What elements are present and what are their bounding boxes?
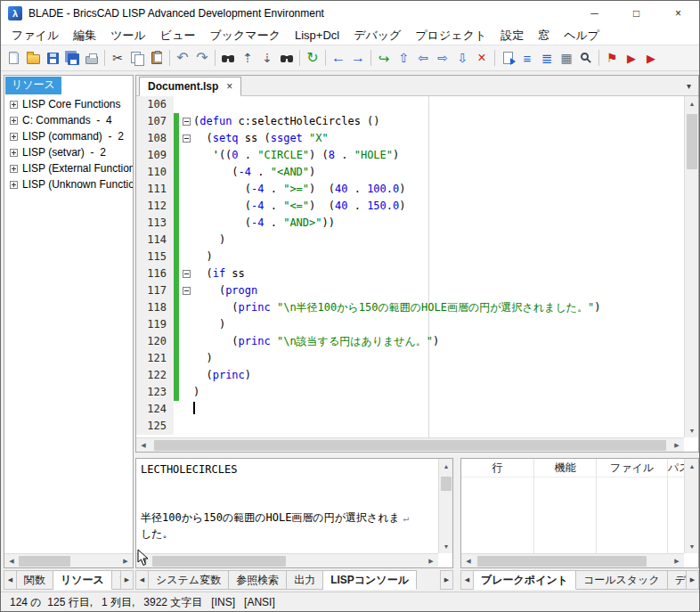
fold-collapse-icon[interactable]: [183, 135, 191, 143]
right-tab-2[interactable]: デバッグファイル: [668, 570, 686, 590]
fold-collapse-icon[interactable]: [183, 270, 191, 278]
code-line-113[interactable]: 113 (-4 . "AND>")): [136, 215, 684, 232]
tree-item-2[interactable]: LISP (command) - 2: [4, 128, 133, 144]
expand-plus-icon[interactable]: [10, 165, 18, 173]
toolbar-paste[interactable]: [147, 47, 167, 69]
expand-plus-icon[interactable]: [10, 133, 18, 141]
tree-item-3[interactable]: LISP (setvar) - 2: [4, 144, 133, 160]
toolbar-sort-lines[interactable]: ≡: [517, 47, 537, 69]
scrollbar-thumb[interactable]: [687, 114, 697, 169]
menu-item-8[interactable]: 設定: [493, 26, 531, 45]
toolbar-find-in-files[interactable]: [277, 47, 297, 69]
breakpoints-horizontal-scrollbar[interactable]: ◀ ▶: [461, 553, 684, 567]
tree-item-1[interactable]: C: Commands - 4: [4, 112, 133, 128]
toolbar-navigate-back[interactable]: ←: [329, 47, 348, 69]
toolbar-load-lisp-flags[interactable]: ⚑: [602, 47, 622, 69]
scroll-right-icon[interactable]: ▶: [670, 438, 684, 453]
code-line-106[interactable]: 106: [136, 96, 684, 113]
fold-collapse-icon[interactable]: [183, 287, 191, 295]
menu-item-4[interactable]: ブックマーク: [202, 26, 288, 45]
toolbar-print-preview[interactable]: ▦: [557, 47, 576, 69]
toolbar-run-lisp[interactable]: ▶: [622, 47, 641, 69]
menu-item-6[interactable]: デバッグ: [346, 26, 408, 45]
toolbar-goto-definition[interactable]: ↪: [374, 47, 394, 69]
editor-horizontal-scrollbar[interactable]: ◀ ▶: [136, 437, 684, 452]
toolbar-navigate-forward[interactable]: →: [348, 47, 368, 69]
minimize-button[interactable]: ─: [574, 1, 615, 26]
toolbar-replace[interactable]: ↻: [303, 47, 322, 69]
bp-column-header[interactable]: 機能: [534, 459, 596, 477]
scroll-down-icon[interactable]: ▼: [439, 539, 453, 553]
sidebar-horizontal-scrollbar[interactable]: ◀ ▶: [4, 553, 133, 567]
tree-item-4[interactable]: LISP (External Functions): [4, 160, 133, 176]
toolbar-jump-up[interactable]: ⇧: [394, 47, 413, 69]
tab-close-icon[interactable]: ×: [226, 80, 232, 93]
menu-item-10[interactable]: ヘルプ: [557, 26, 606, 45]
menu-item-9[interactable]: 窓: [531, 26, 557, 45]
toolbar-redo[interactable]: ↷: [192, 47, 212, 69]
toolbar-find-previous[interactable]: ⇡: [238, 47, 257, 69]
console-vertical-scrollbar[interactable]: ▲ ▼: [438, 459, 452, 553]
right-scroll-right-icon[interactable]: ▶: [686, 570, 699, 590]
toolbar-jump-down[interactable]: ⇩: [452, 47, 472, 69]
scrollbar-thumb[interactable]: [154, 440, 666, 451]
right-tab-0[interactable]: ブレークポイント: [474, 570, 576, 590]
bp-column-header[interactable]: ファイル: [597, 459, 667, 477]
expand-plus-icon[interactable]: [10, 181, 18, 189]
resources-panel-header[interactable]: リソース: [5, 77, 61, 94]
menu-item-7[interactable]: プロジェクト: [408, 26, 493, 45]
scroll-up-icon[interactable]: ▲: [685, 459, 699, 473]
middle-scroll-right-icon[interactable]: ▶: [440, 570, 453, 590]
left-tab-1[interactable]: リソース: [53, 570, 112, 590]
code-line-124[interactable]: 124: [136, 401, 684, 418]
left-scroll-right-icon[interactable]: ▶: [120, 570, 134, 590]
code-line-109[interactable]: 109 '((0 . "CIRCLE") (8 . "HOLE"): [136, 147, 684, 164]
tab-list-dropdown-icon[interactable]: ▾: [682, 79, 696, 93]
scroll-right-icon[interactable]: ▶: [118, 554, 133, 568]
code-line-117[interactable]: 117 (progn: [136, 282, 684, 299]
code-line-120[interactable]: 120 (princ "\n該当する円はありません。"): [136, 333, 684, 350]
code-line-119[interactable]: 119 ): [136, 316, 684, 333]
middle-tab-2[interactable]: 出力: [287, 570, 323, 590]
scrollbar-thumb[interactable]: [441, 477, 452, 491]
code-line-118[interactable]: 118 (princ "\n半径100から150の範囲のHOLE画層の円が選択さ…: [136, 299, 684, 316]
scroll-down-icon[interactable]: ▼: [685, 539, 699, 553]
toolbar-clear-bookmarks[interactable]: ×: [472, 47, 492, 69]
toolbar-find-next[interactable]: ⇣: [257, 47, 277, 69]
menu-item-5[interactable]: Lisp+Dcl: [288, 27, 346, 44]
menu-item-0[interactable]: ファイル: [4, 26, 66, 45]
left-scroll-left-icon[interactable]: ◀: [4, 570, 17, 590]
editor-vertical-scrollbar[interactable]: ▲ ▼: [684, 96, 698, 437]
code-line-112[interactable]: 112 (-4 . "<=") (40 . 150.0): [136, 198, 684, 215]
toolbar-jump-left[interactable]: ⇦: [413, 47, 433, 69]
breakpoints-vertical-scrollbar[interactable]: ▲ ▼: [684, 459, 698, 553]
tree-item-5[interactable]: LISP (Unknown Functions): [4, 176, 133, 192]
code-line-110[interactable]: 110 (-4 . "<AND"): [136, 164, 684, 181]
middle-scroll-left-icon[interactable]: ◀: [135, 570, 149, 590]
toolbar-undo[interactable]: ↶: [173, 47, 192, 69]
code-line-107[interactable]: 107(defun c:selectHoleCircles (): [136, 113, 684, 130]
close-button[interactable]: ×: [657, 1, 699, 26]
scrollbar-thumb[interactable]: [477, 556, 647, 567]
document-tab[interactable]: Document.lsp ×: [139, 77, 241, 96]
console-horizontal-scrollbar[interactable]: ◀ ▶: [136, 553, 438, 567]
scroll-left-icon[interactable]: ◀: [4, 554, 19, 568]
middle-tab-1[interactable]: 参照検索: [229, 570, 287, 590]
menu-item-2[interactable]: ツール: [103, 26, 153, 45]
middle-tab-0[interactable]: システム変数: [149, 570, 229, 590]
maximize-button[interactable]: □: [615, 1, 657, 26]
toolbar-copy[interactable]: [127, 47, 147, 69]
toolbar-new-document[interactable]: [4, 47, 23, 69]
left-tab-2[interactable]: ブックマーク: [112, 570, 120, 590]
scroll-right-icon[interactable]: ▶: [424, 554, 438, 568]
scroll-right-icon[interactable]: ▶: [670, 554, 684, 568]
toolbar-save-all[interactable]: [62, 47, 82, 69]
toolbar-print[interactable]: [82, 47, 102, 69]
code-line-111[interactable]: 111 (-4 . ">=") (40 . 100.0): [136, 181, 684, 198]
code-line-122[interactable]: 122 (princ): [136, 367, 684, 384]
code-line-123[interactable]: 123): [136, 384, 684, 401]
bp-column-header[interactable]: 行: [461, 459, 533, 477]
scrollbar-thumb[interactable]: [19, 556, 70, 567]
scroll-left-icon[interactable]: ◀: [461, 554, 476, 568]
toolbar-export-file[interactable]: [498, 47, 517, 69]
